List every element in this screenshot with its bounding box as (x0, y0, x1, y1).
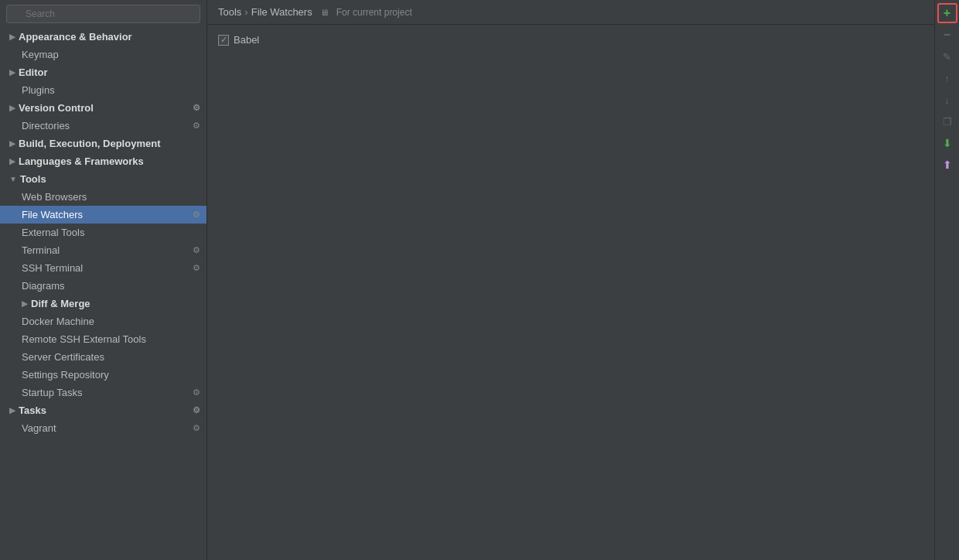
sidebar-item-label: External Tools (22, 227, 84, 238)
sidebar-item-external-tools[interactable]: External Tools (0, 224, 206, 241)
chevron-right-icon: ▶ (9, 68, 15, 77)
sidebar-item-label: Server Certificates (22, 351, 104, 363)
sidebar-item-label: Languages & Frameworks (19, 155, 144, 167)
sidebar-item-label: Tasks (19, 405, 46, 416)
sidebar-item-file-watchers[interactable]: File Watchers ⚙ (0, 206, 206, 224)
sidebar-item-keymap[interactable]: Keymap (0, 46, 206, 63)
export-button[interactable]: ⬆ (937, 155, 957, 175)
move-up-button[interactable]: ↑ (937, 68, 957, 88)
sidebar-item-label: File Watchers (22, 209, 83, 220)
chevron-down-icon: ▼ (9, 175, 17, 183)
sidebar-item-label: Editor (19, 67, 48, 78)
sidebar-item-diff-merge[interactable]: ▶ Diff & Merge (0, 295, 206, 312)
export-icon: ⬆ (943, 159, 952, 171)
sidebar-item-tasks[interactable]: ▶ Tasks ⚙ (0, 401, 206, 419)
copy-button[interactable]: ❐ (937, 111, 957, 131)
breadcrumb-file-watchers: File Watchers (251, 6, 312, 18)
add-button[interactable]: + (937, 3, 957, 23)
edit-button[interactable]: ✎ (937, 46, 957, 67)
breadcrumb: Tools › File Watchers 🖥 For current proj… (207, 0, 934, 25)
pencil-icon: ✎ (943, 51, 951, 63)
plus-icon: + (944, 7, 950, 19)
chevron-right-icon: ▶ (9, 406, 15, 415)
sidebar-item-terminal[interactable]: Terminal ⚙ (0, 241, 206, 259)
sidebar-item-label: Startup Tasks (22, 387, 83, 398)
project-icon: 🖥 (320, 8, 329, 17)
content-area: ✓ Babel (207, 25, 934, 560)
chevron-right-icon: ▶ (22, 299, 28, 308)
sidebar-item-label: Version Control (19, 102, 94, 114)
right-toolbar: + − ✎ ↑ ↓ ❐ ⬇ ⬆ (934, 0, 959, 560)
babel-label: Babel (234, 34, 259, 46)
settings-icon: ⚙ (193, 245, 200, 255)
breadcrumb-tools: Tools (218, 6, 241, 18)
settings-icon: ⚙ (193, 388, 200, 398)
sidebar-item-appearance[interactable]: ▶ Appearance & Behavior (0, 28, 206, 46)
sidebar-item-label: Keymap (22, 49, 59, 60)
settings-icon: ⚙ (193, 263, 200, 273)
chevron-right-icon: ▶ (9, 32, 15, 41)
sidebar-item-label: Directories (22, 120, 70, 131)
babel-checkbox[interactable]: ✓ (218, 35, 229, 46)
sidebar-item-label: Docker Machine (22, 316, 94, 327)
sidebar-item-tools[interactable]: ▼ Tools (0, 170, 206, 188)
minus-icon: − (944, 28, 950, 42)
sidebar-item-label: Diagrams (22, 280, 65, 292)
sidebar-item-editor[interactable]: ▶ Editor (0, 63, 206, 81)
move-down-button[interactable]: ↓ (937, 90, 957, 110)
import-icon: ⬇ (943, 137, 952, 149)
breadcrumb-separator: › (244, 6, 247, 18)
sidebar-item-directories[interactable]: Directories ⚙ (0, 117, 206, 135)
settings-icon: ⚙ (193, 103, 200, 113)
sidebar-item-server-certificates[interactable]: Server Certificates (0, 348, 206, 366)
sidebar-item-diagrams[interactable]: Diagrams (0, 277, 206, 295)
settings-icon: ⚙ (193, 121, 200, 131)
chevron-right-icon: ▶ (9, 157, 15, 166)
search-wrapper: 🔍 (6, 5, 200, 23)
import-button[interactable]: ⬇ (937, 133, 957, 153)
sidebar-item-ssh-terminal[interactable]: SSH Terminal ⚙ (0, 259, 206, 277)
sidebar-item-version-control[interactable]: ▶ Version Control ⚙ (0, 99, 206, 117)
project-label: For current project (336, 7, 412, 18)
main-content: Tools › File Watchers 🖥 For current proj… (207, 0, 934, 560)
sidebar-item-docker-machine[interactable]: Docker Machine (0, 312, 206, 330)
search-input[interactable] (6, 5, 200, 23)
sidebar-item-remote-ssh[interactable]: Remote SSH External Tools (0, 330, 206, 348)
sidebar-item-build[interactable]: ▶ Build, Execution, Deployment (0, 135, 206, 152)
sidebar-item-label: Settings Repository (22, 369, 109, 381)
sidebar-item-label: Remote SSH External Tools (22, 333, 146, 345)
sidebar-item-vagrant[interactable]: Vagrant ⚙ (0, 419, 206, 437)
search-container: 🔍 (0, 0, 206, 28)
sidebar-item-label: Build, Execution, Deployment (19, 138, 160, 149)
sidebar-item-label: Terminal (22, 244, 60, 256)
sidebar-item-label: SSH Terminal (22, 262, 83, 274)
list-item[interactable]: ✓ Babel (218, 32, 923, 47)
copy-icon: ❐ (943, 116, 952, 128)
sidebar-item-label: Plugins (22, 84, 55, 96)
arrow-down-icon: ↓ (944, 94, 950, 106)
remove-button[interactable]: − (937, 25, 957, 45)
settings-icon: ⚙ (193, 405, 200, 415)
arrow-up-icon: ↑ (944, 73, 950, 84)
sidebar-item-startup-tasks[interactable]: Startup Tasks ⚙ (0, 384, 206, 401)
chevron-right-icon: ▶ (9, 104, 15, 112)
sidebar-item-web-browsers[interactable]: Web Browsers (0, 188, 206, 206)
sidebar-item-label: Vagrant (22, 422, 56, 434)
settings-icon: ⚙ (193, 423, 200, 433)
sidebar-item-languages[interactable]: ▶ Languages & Frameworks (0, 152, 206, 170)
sidebar-item-settings-repository[interactable]: Settings Repository (0, 366, 206, 384)
sidebar: 🔍 ▶ Appearance & Behavior Keymap ▶ Edito… (0, 0, 207, 560)
sidebar-item-label: Diff & Merge (31, 298, 90, 309)
settings-icon: ⚙ (193, 210, 200, 220)
sidebar-item-label: Tools (20, 173, 46, 185)
sidebar-item-label: Web Browsers (22, 191, 87, 203)
sidebar-item-label: Appearance & Behavior (19, 31, 132, 43)
sidebar-item-plugins[interactable]: Plugins (0, 81, 206, 99)
chevron-right-icon: ▶ (9, 139, 15, 148)
